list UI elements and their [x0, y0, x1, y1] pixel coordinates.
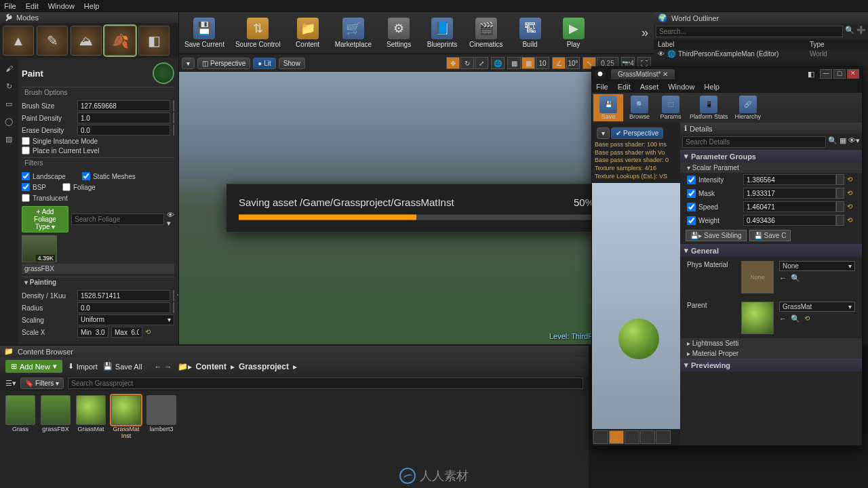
outliner-row[interactable]: 👁🌐ThirdPersonExampleMan (Editor) World — [654, 49, 868, 58]
view-options-icon[interactable]: ☰▾ — [5, 379, 16, 388]
build-button[interactable]: 🏗Build — [514, 18, 547, 48]
add-icon[interactable]: ➕ — [856, 26, 866, 37]
param-enable-checkbox[interactable] — [687, 203, 696, 211]
view-grid-icon[interactable]: ▦ — [840, 136, 846, 148]
asset-item[interactable]: GrassMat — [75, 395, 107, 440]
spinner-icon[interactable] — [173, 302, 174, 313]
density-input[interactable] — [77, 290, 170, 301]
grid-snap-icon[interactable]: ▦ — [521, 57, 535, 69]
mat-save-button[interactable]: 💾Save — [593, 94, 623, 121]
blueprints-button[interactable]: 📘Blueprints — [426, 18, 458, 48]
coord-space-icon[interactable]: 🌐 — [491, 57, 505, 69]
param-value-input[interactable] — [743, 201, 836, 212]
cube-icon[interactable] — [640, 430, 655, 444]
breadcrumb-grassproject[interactable]: Grassproject — [239, 362, 289, 371]
mat-perspective-button[interactable]: ✔ Perspective — [611, 127, 663, 139]
select-icon[interactable]: ▭ — [3, 98, 15, 110]
mode-place-icon[interactable]: ▲ — [3, 26, 34, 56]
phys-mat-dropdown[interactable]: None▾ — [779, 261, 855, 271]
reapply-icon[interactable]: ↻ — [3, 80, 15, 92]
nav-back-icon[interactable]: ← — [155, 363, 162, 371]
scalex-min-input[interactable] — [77, 327, 108, 338]
minimize-button[interactable]: — — [820, 69, 832, 79]
static-meshes-checkbox[interactable] — [82, 172, 90, 180]
browse-icon[interactable]: 🔍 — [791, 314, 800, 323]
spinner-icon[interactable] — [173, 290, 174, 301]
reset-icon[interactable]: ⟲ — [847, 203, 855, 211]
details-tab[interactable]: ℹ Details — [680, 123, 862, 134]
play-button[interactable]: ▶Play — [557, 18, 590, 48]
content-search-input[interactable] — [68, 378, 583, 389]
param-value-input[interactable] — [743, 215, 836, 226]
reset-icon[interactable]: ⟲ — [177, 291, 178, 300]
landscape-checkbox[interactable] — [22, 172, 30, 180]
phys-mat-thumb[interactable]: None — [741, 261, 774, 293]
mat-hierarchy-button[interactable]: 🔗Hierarchy — [732, 94, 764, 121]
add-new-button[interactable]: ⊞ Add New ▾ — [5, 360, 62, 373]
mode-landscape-icon[interactable]: ⛰ — [71, 26, 102, 56]
scaling-dropdown[interactable]: Uniform▾ — [77, 314, 174, 325]
eye-icon[interactable]: 👁▾ — [167, 211, 174, 228]
show-button[interactable]: Show — [279, 58, 305, 69]
mode-paint-icon[interactable]: ✎ — [37, 26, 68, 56]
param-enable-checkbox[interactable] — [687, 176, 696, 184]
toolbar-overflow-icon[interactable]: » — [642, 26, 648, 40]
menu-window[interactable]: Window — [48, 2, 75, 10]
spinner-icon[interactable] — [836, 174, 844, 185]
paint-density-input[interactable] — [77, 113, 170, 123]
search-foliage-input[interactable] — [71, 214, 164, 225]
mode-geometry-icon[interactable]: ◧ — [138, 26, 170, 56]
general-header[interactable]: ▾ General — [680, 244, 862, 257]
reset-icon[interactable]: ⟲ — [804, 314, 812, 323]
use-selected-icon[interactable]: ← — [779, 314, 787, 323]
transform-scale-icon[interactable]: ⤢ — [475, 57, 488, 69]
use-selected-icon[interactable]: ← — [779, 274, 787, 283]
add-foliage-button[interactable]: + Add Foliage Type ▾ — [22, 206, 68, 232]
material-properties-header[interactable]: ▸ Material Proper — [680, 348, 862, 359]
parent-dropdown[interactable]: GrassMat▾ — [779, 302, 855, 312]
scalar-params-header[interactable]: ▾ Scalar Paramet — [680, 163, 862, 173]
translucent-checkbox[interactable] — [22, 194, 30, 202]
menu-help[interactable]: Help — [84, 2, 100, 10]
mode-foliage-icon[interactable]: 🍂 — [104, 26, 136, 56]
brush-size-input[interactable] — [77, 100, 170, 111]
menu-file[interactable]: File — [4, 2, 16, 10]
mat-params-button[interactable]: ⬚Params — [656, 94, 686, 121]
mat-menu-asset[interactable]: Asset — [640, 83, 659, 91]
filters-button[interactable]: 🔖 Filters▾ — [20, 378, 64, 389]
spinner-icon[interactable] — [836, 201, 844, 212]
main-menubar[interactable]: File Edit Window Help — [0, 0, 868, 12]
spinner-icon[interactable] — [836, 215, 844, 226]
asset-item[interactable]: grassFBX — [39, 395, 72, 440]
surface-snap-icon[interactable]: ▦ — [507, 57, 521, 69]
nav-forward-icon[interactable]: → — [165, 363, 172, 371]
perspective-button[interactable]: ◫ Perspective — [197, 58, 250, 69]
save-all-button[interactable]: 💾 Save All — [103, 362, 142, 371]
eye-icon[interactable]: 👁▾ — [848, 136, 860, 148]
parameter-groups-header[interactable]: ▾ Parameter Groups — [680, 150, 862, 163]
param-value-input[interactable] — [743, 174, 836, 185]
spinner-icon[interactable] — [173, 113, 174, 123]
transform-rotate-icon[interactable]: ↻ — [460, 57, 474, 69]
place-current-level-checkbox[interactable] — [22, 146, 30, 155]
spinner-icon[interactable] — [836, 188, 844, 199]
previewing-header[interactable]: ▾ Previewing — [680, 359, 862, 371]
mat-menu-edit[interactable]: Edit — [618, 83, 631, 91]
outliner-search-input[interactable] — [656, 26, 843, 37]
mat-menu-help[interactable]: Help — [704, 83, 719, 91]
sync-viewport-button[interactable] — [153, 62, 174, 84]
param-value-input[interactable] — [743, 188, 836, 199]
asset-item[interactable]: lambert3 — [145, 395, 178, 440]
browse-icon[interactable]: 🔍 — [791, 274, 800, 283]
asset-item[interactable]: GrassMatInst — [110, 395, 142, 440]
fill-icon[interactable]: ▨ — [3, 133, 15, 145]
source-control-button[interactable]: ⇅Source Control — [235, 18, 281, 48]
param-enable-checkbox[interactable] — [687, 216, 696, 225]
erase-density-input[interactable] — [77, 125, 170, 136]
mat-browse-button[interactable]: 🔍Browse — [625, 94, 654, 121]
cylinder-icon[interactable] — [593, 430, 608, 444]
param-enable-checkbox[interactable] — [687, 189, 696, 198]
radius-input[interactable] — [77, 302, 170, 313]
spinner-icon[interactable] — [173, 125, 174, 136]
eye-icon[interactable]: 👁 — [658, 50, 665, 58]
